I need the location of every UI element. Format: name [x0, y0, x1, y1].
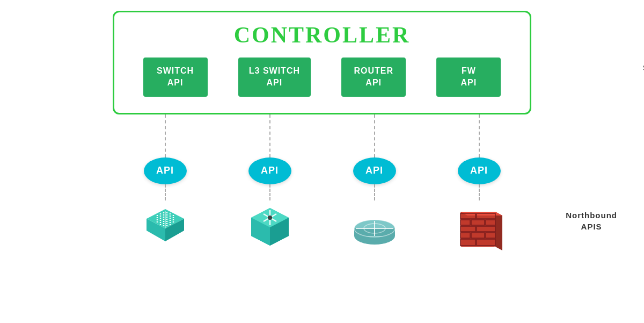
api-ellipse-router: API — [353, 157, 396, 184]
dashed-line-router-bottom — [374, 184, 375, 200]
l3switch-icon — [246, 204, 294, 252]
dashed-line-firewall-bottom — [479, 184, 480, 200]
device-firewall — [455, 204, 503, 252]
api-box-router: ROUTERAPI — [341, 58, 406, 97]
controller-box: CONTROLLER SWITCHAPI L3 SWITCHAPI ROUTER… — [113, 11, 531, 114]
firewall-icon — [455, 204, 503, 252]
controller-title: CONTROLLER — [130, 22, 514, 48]
columns-row: API — [113, 114, 531, 252]
api-box-fw: FWAPI — [436, 58, 501, 97]
svg-marker-29 — [495, 212, 502, 250]
northbound-label: NorthboundAPIS — [566, 210, 617, 232]
column-l3switch: API — [238, 114, 302, 252]
column-firewall: API — [447, 114, 511, 252]
switch-icon — [141, 204, 189, 247]
diagram-container: CONTROLLER SWITCHAPI L3 SWITCHAPI ROUTER… — [0, 0, 644, 323]
api-ellipse-switch: API — [144, 157, 187, 184]
api-box-switch: SWITCHAPI — [143, 58, 208, 97]
device-router — [350, 204, 399, 247]
dashed-line-switch-bottom — [165, 184, 166, 200]
dashed-line-switch-top — [165, 114, 166, 157]
dashed-line-firewall-top — [479, 114, 480, 157]
api-ellipse-l3switch: API — [248, 157, 291, 184]
device-l3switch — [246, 204, 294, 252]
router-icon — [350, 204, 399, 247]
dashed-line-l3switch-top — [269, 114, 270, 157]
column-router: API — [342, 114, 407, 252]
api-ellipse-firewall: API — [458, 157, 501, 184]
dashed-line-router-top — [374, 114, 375, 157]
dashed-line-l3switch-bottom — [269, 184, 270, 200]
api-boxes-row: SWITCHAPI L3 SWITCHAPI ROUTERAPI FWAPI — [130, 58, 514, 97]
column-switch: API — [133, 114, 197, 252]
svg-rect-28 — [460, 212, 495, 247]
svg-point-20 — [268, 216, 272, 220]
device-switch — [141, 204, 189, 247]
api-box-l3switch: L3 SWITCHAPI — [238, 58, 311, 97]
